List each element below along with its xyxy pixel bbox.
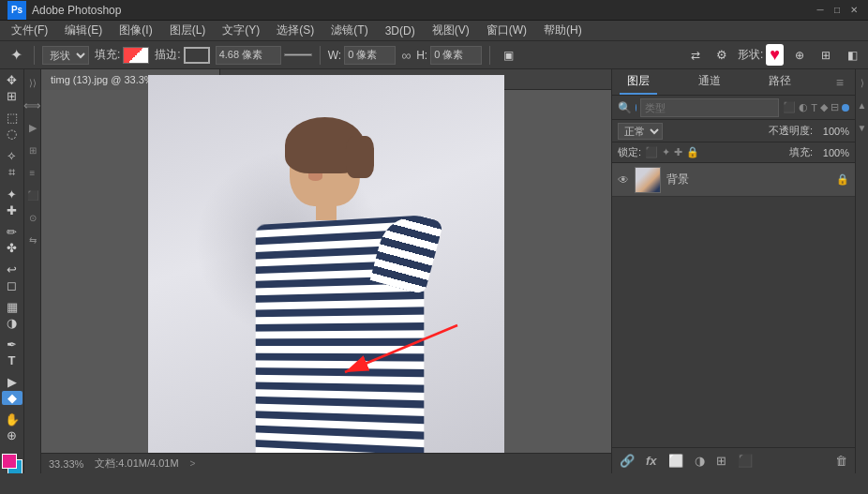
arrange-icon[interactable]: ⇄ (685, 45, 706, 66)
panel-tool-1[interactable]: ⟺ (25, 96, 40, 114)
fill-value[interactable]: 100% (816, 147, 849, 158)
move-tool[interactable]: ✥ (2, 73, 22, 87)
title-text: Adobe Photoshop (32, 4, 121, 17)
extra-icon[interactable]: ⊞ (816, 45, 836, 66)
lock-position-icon[interactable]: ✦ (662, 146, 670, 158)
minimize-button[interactable]: ─ (814, 4, 827, 17)
menu-window[interactable]: 窗口(W) (479, 21, 534, 40)
shape-tool[interactable]: ◆ (2, 391, 22, 405)
menu-layer[interactable]: 图层(L) (162, 21, 214, 40)
stroke-line-preview[interactable] (284, 53, 312, 56)
layer-name[interactable]: 背景 (666, 172, 831, 187)
panel-icon[interactable]: ◧ (842, 45, 862, 66)
tab-paths[interactable]: 路径 (761, 69, 799, 95)
magic-wand-tool[interactable]: ⟡ (2, 148, 22, 163)
delete-layer-button[interactable]: 🗑 (833, 452, 849, 470)
width-input[interactable] (344, 46, 396, 65)
history-brush-tool[interactable]: ↩ (2, 262, 22, 277)
menu-type[interactable]: 文字(Y) (215, 21, 267, 40)
link-icon[interactable]: ∞ (401, 48, 411, 63)
right-tool-2[interactable]: ▼ (857, 118, 868, 137)
panel-tool-5[interactable]: ⬛ (25, 186, 40, 204)
menu-filter[interactable]: 滤镜(T) (323, 21, 375, 40)
menu-help[interactable]: 帮助(H) (536, 21, 590, 40)
menu-image[interactable]: 图像(I) (112, 21, 159, 40)
clone-stamp-tool[interactable]: ✤ (2, 241, 22, 255)
layer-styles-button[interactable]: fx (644, 452, 659, 470)
menu-file[interactable]: 文件(F) (4, 21, 55, 40)
menu-select[interactable]: 选择(S) (269, 21, 322, 40)
search-icon[interactable]: ⊕ (789, 45, 810, 66)
tool-preset-picker[interactable]: ✦ (6, 45, 26, 66)
right-tool-1[interactable]: ▲ (857, 96, 868, 114)
canvas-image (148, 75, 504, 469)
stroke-color-box[interactable] (184, 47, 210, 64)
panel-tool-7[interactable]: ⇆ (25, 231, 40, 249)
add-mask-button[interactable]: ⬜ (666, 452, 685, 470)
gradient-tool[interactable]: ▦ (2, 300, 22, 314)
heart-shape-icon[interactable]: ♥ (766, 44, 784, 66)
title-controls[interactable]: ─ □ ✕ (814, 4, 861, 17)
lock-all-icon[interactable]: 🔒 (686, 146, 699, 158)
eyedropper-tool[interactable]: ✦ (2, 187, 22, 202)
new-group-button[interactable]: ⊞ (714, 452, 728, 470)
panel-tool-4[interactable]: ≡ (25, 163, 40, 182)
healing-brush-tool[interactable]: ✚ (2, 203, 22, 217)
lock-pixels-icon[interactable]: ⬛ (645, 146, 658, 158)
height-input[interactable] (430, 46, 482, 65)
layer-item-background[interactable]: 👁 背景 🔒 (612, 163, 855, 197)
filter-type-icon[interactable]: T (811, 102, 817, 113)
fg-color-swatch[interactable] (2, 454, 17, 469)
menu-edit[interactable]: 编辑(E) (57, 21, 110, 40)
filter-toggle[interactable] (842, 104, 849, 112)
zoom-tool[interactable]: ⊕ (2, 428, 22, 442)
layer-visibility-toggle[interactable]: 👁 (618, 173, 629, 187)
filter-smart-icon[interactable]: ⊟ (831, 101, 839, 113)
opacity-value[interactable]: 100% (816, 126, 849, 137)
layer-lock-icon: 🔒 (836, 173, 849, 186)
layer-search-input[interactable] (640, 98, 779, 117)
status-arrow-button[interactable]: > (190, 458, 196, 469)
search-icon: 🔍 (618, 101, 632, 114)
right-panel-toggle[interactable]: ⟩ (857, 73, 868, 92)
panel-tool-6[interactable]: ⊙ (25, 208, 40, 227)
settings-icon[interactable]: ⚙ (711, 45, 732, 66)
dodge-tool[interactable]: ◑ (2, 316, 22, 330)
filter-pixel-icon[interactable]: ⬛ (783, 101, 796, 113)
tab-layers[interactable]: 图层 (620, 69, 657, 95)
canvas-wrapper[interactable] (41, 90, 611, 453)
link-layers-button[interactable]: 🔗 (618, 452, 636, 470)
filter-shape-icon[interactable]: ◆ (820, 101, 828, 113)
new-layer-button[interactable]: ⬛ (736, 452, 755, 470)
fill-label: 填充: (95, 47, 120, 63)
panel-tool-2[interactable]: ▶ (25, 118, 40, 137)
type-tool[interactable]: T (2, 353, 22, 367)
pen-tool[interactable]: ✒ (2, 337, 22, 352)
align-icon[interactable]: ▣ (498, 45, 518, 66)
crop-tool[interactable]: ⌗ (2, 165, 22, 180)
blend-mode-select[interactable]: 正常 (618, 123, 663, 140)
panel-tool-3[interactable]: ⊞ (25, 141, 40, 159)
artboard-tool[interactable]: ⊞ (2, 89, 22, 103)
layers-panel: 图层 通道 路径 ≡ 🔍 ⬛ ◐ T ◆ ⊟ (612, 69, 855, 473)
path-selection-tool[interactable]: ▶ (2, 375, 22, 389)
brush-tool[interactable]: ✏ (2, 225, 22, 239)
menu-3d[interactable]: 3D(D) (378, 22, 423, 39)
panel-toggle-1[interactable]: ⟩⟩ (25, 73, 40, 92)
lasso-tool[interactable]: ◌ (2, 127, 22, 141)
marquee-tool[interactable]: ⬚ (2, 111, 22, 125)
fill-color-box[interactable] (123, 47, 149, 64)
shape-dropdown[interactable]: 形状 路径 像素 (42, 46, 89, 65)
panel-menu-icon[interactable]: ≡ (832, 71, 847, 94)
lock-artboard-icon[interactable]: ✚ (674, 146, 682, 158)
shape-type-selector[interactable]: 形状 路径 像素 (42, 46, 89, 65)
filter-adjust-icon[interactable]: ◐ (799, 101, 808, 113)
maximize-button[interactable]: □ (831, 4, 844, 17)
adjustment-layer-button[interactable]: ◑ (693, 452, 707, 470)
eraser-tool[interactable]: ◻ (2, 278, 22, 292)
close-button[interactable]: ✕ (847, 4, 861, 17)
stroke-size-input[interactable] (216, 46, 281, 65)
hand-tool[interactable]: ✋ (2, 412, 22, 427)
tab-channels[interactable]: 通道 (691, 69, 728, 95)
menu-view[interactable]: 视图(V) (425, 21, 477, 40)
